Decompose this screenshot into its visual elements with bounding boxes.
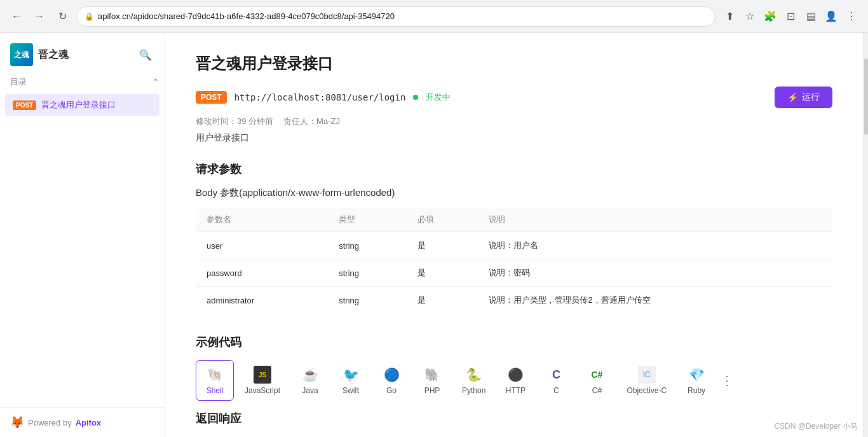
sidebar-footer: 🦊 Powered by Apifox bbox=[0, 407, 165, 437]
table-row: administrator string 是 说明：用户类型，管理员传2，普通用… bbox=[196, 287, 832, 314]
table-header-row: 参数名 类型 必填 说明 bbox=[196, 207, 832, 232]
objc-tab-icon: IC bbox=[638, 366, 656, 384]
c-tab-icon: C bbox=[547, 366, 565, 384]
c-tab-label: C bbox=[553, 386, 559, 395]
code-tab-javascript[interactable]: JS JavaScript bbox=[236, 360, 288, 401]
param-desc: 说明：密码 bbox=[478, 260, 832, 287]
menu-icon[interactable]: ⋮ bbox=[843, 8, 860, 25]
modified-time: 修改时间：39 分钟前 bbox=[196, 116, 273, 127]
request-section-title: 请求参数 bbox=[196, 162, 832, 177]
code-tab-c[interactable]: C C bbox=[537, 360, 575, 401]
python-tab-label: Python bbox=[462, 386, 485, 395]
owner: 责任人：Ma-ZJ bbox=[283, 116, 340, 127]
code-tabs: 🐚 Shell JS JavaScript ☕ Java 🐦 Swift 🔵 G… bbox=[196, 360, 832, 401]
param-name: administrator bbox=[196, 287, 329, 314]
method-badge: POST bbox=[13, 101, 36, 110]
java-tab-icon: ☕ bbox=[301, 366, 319, 384]
run-button[interactable]: ⚡ 运行 bbox=[775, 87, 832, 108]
csharp-tab-icon: C# bbox=[588, 366, 606, 384]
code-tab-ruby[interactable]: 💎 Ruby bbox=[677, 360, 715, 401]
scroll-indicator[interactable] bbox=[863, 33, 868, 437]
api-url: http://localhost:8081/user/login bbox=[234, 92, 406, 102]
param-name: password bbox=[196, 260, 329, 287]
watermark-text: CSDN @Developer 小马 bbox=[774, 422, 858, 431]
java-tab-label: Java bbox=[302, 386, 318, 395]
back-button[interactable]: ← bbox=[8, 8, 25, 25]
page-footer: CSDN @Developer 小马 bbox=[774, 421, 858, 432]
param-type: string bbox=[329, 260, 407, 287]
forward-button[interactable]: → bbox=[31, 8, 48, 25]
csharp-tab-label: C# bbox=[592, 386, 602, 395]
ruby-tab-label: Ruby bbox=[688, 386, 705, 395]
go-tab-icon: 🔵 bbox=[383, 366, 400, 384]
refresh-button[interactable]: ↻ bbox=[53, 8, 71, 25]
param-desc: 说明：用户类型，管理员传2，普通用户传空 bbox=[478, 287, 832, 314]
param-type: string bbox=[329, 232, 407, 260]
code-tab-java[interactable]: ☕ Java bbox=[291, 360, 329, 401]
scroll-thumb bbox=[864, 59, 868, 135]
param-required: 是 bbox=[407, 232, 478, 260]
bookmark-icon[interactable]: ☆ bbox=[741, 8, 759, 25]
logo-text: 晋之魂 bbox=[38, 48, 69, 62]
more-tabs-button[interactable]: ⋮ bbox=[718, 371, 736, 389]
javascript-tab-label: JavaScript bbox=[245, 386, 280, 395]
meta-info: 修改时间：39 分钟前 责任人：Ma-ZJ bbox=[196, 116, 832, 127]
shell-tab-icon: 🐚 bbox=[206, 366, 224, 384]
sidebar-header: 之魂 晋之魂 🔍 bbox=[0, 33, 165, 71]
table-row: password string 是 说明：密码 bbox=[196, 260, 832, 287]
code-tab-http[interactable]: ⚫ HTTP bbox=[496, 360, 534, 401]
code-tab-go[interactable]: 🔵 Go bbox=[372, 360, 410, 401]
logo-area: 之魂 晋之魂 bbox=[10, 43, 69, 66]
sidebar-toggle-icon[interactable]: ▤ bbox=[802, 8, 820, 25]
nav-chevron-icon[interactable]: ⌃ bbox=[152, 77, 159, 87]
return-section-title: 返回响应 bbox=[196, 411, 832, 426]
http-method-badge: POST bbox=[196, 91, 227, 104]
api-meta-row: POST http://localhost:8081/user/login 开发… bbox=[196, 87, 832, 108]
api-description: 用户登录接口 bbox=[196, 132, 832, 144]
code-tab-swift[interactable]: 🐦 Swift bbox=[332, 360, 370, 401]
code-tab-python[interactable]: 🐍 Python bbox=[454, 360, 494, 401]
code-tab-php[interactable]: 🐘 PHP bbox=[413, 360, 451, 401]
code-tab-objc[interactable]: IC Objective-C bbox=[618, 360, 675, 401]
app-container: 之魂 晋之魂 🔍 目录 ⌃ POST 晋之魂用户登录接口 🦊 Powered b… bbox=[0, 33, 868, 437]
run-label: 运行 bbox=[802, 92, 820, 103]
extension-icon[interactable]: 🧩 bbox=[761, 8, 779, 25]
python-tab-icon: 🐍 bbox=[465, 366, 483, 384]
param-required: 是 bbox=[407, 287, 478, 314]
run-icon: ⚡ bbox=[787, 92, 798, 102]
go-tab-label: Go bbox=[386, 386, 397, 395]
php-tab-icon: 🐘 bbox=[423, 366, 441, 384]
table-row: user string 是 说明：用户名 bbox=[196, 232, 832, 260]
address-bar[interactable]: 🔒 apifox.cn/apidoc/shared-7d9dc41b-a6fe-… bbox=[76, 6, 715, 27]
sidebar-item-login-api[interactable]: POST 晋之魂用户登录接口 bbox=[5, 94, 159, 116]
url-text: apifox.cn/apidoc/shared-7d9dc41b-a6fe-43… bbox=[98, 11, 707, 21]
col-type: 类型 bbox=[329, 207, 407, 232]
apifox-brand-text: Apifox bbox=[76, 418, 101, 427]
sidebar: 之魂 晋之魂 🔍 目录 ⌃ POST 晋之魂用户登录接口 🦊 Powered b… bbox=[0, 33, 165, 437]
apifox-logo-icon: 🦊 bbox=[10, 415, 24, 429]
logo-icon: 之魂 bbox=[10, 43, 33, 66]
sidebar-item-label: 晋之魂用户登录接口 bbox=[41, 99, 116, 111]
swift-tab-icon: 🐦 bbox=[342, 366, 360, 384]
status-dot bbox=[413, 95, 418, 100]
shell-tab-label: Shell bbox=[207, 386, 224, 395]
main-content: 晋之魂用户登录接口 POST http://localhost:8081/use… bbox=[165, 33, 863, 437]
browser-chrome: ← → ↻ 🔒 apifox.cn/apidoc/shared-7d9dc41b… bbox=[0, 0, 868, 33]
share-icon[interactable]: ⬆ bbox=[721, 8, 738, 25]
param-required: 是 bbox=[407, 260, 478, 287]
code-tab-shell[interactable]: 🐚 Shell bbox=[196, 360, 234, 401]
powered-by-text: Powered by bbox=[28, 418, 72, 427]
param-table: 参数名 类型 必填 说明 user string 是 说明：用户名 passwo… bbox=[196, 207, 832, 314]
sidebar-nav: 目录 ⌃ bbox=[0, 71, 165, 93]
api-status: 开发中 bbox=[426, 92, 451, 103]
col-name: 参数名 bbox=[196, 207, 329, 232]
search-icon[interactable]: 🔍 bbox=[137, 46, 154, 64]
http-tab-label: HTTP bbox=[506, 386, 526, 395]
objc-tab-label: Objective-C bbox=[627, 386, 667, 395]
code-examples-title: 示例代码 bbox=[196, 335, 832, 350]
param-desc: 说明：用户名 bbox=[478, 232, 832, 260]
profile-icon[interactable]: 👤 bbox=[822, 8, 840, 25]
param-type: string bbox=[329, 287, 407, 314]
code-tab-csharp[interactable]: C# C# bbox=[578, 360, 616, 401]
tab-view-icon[interactable]: ⊡ bbox=[782, 8, 799, 25]
